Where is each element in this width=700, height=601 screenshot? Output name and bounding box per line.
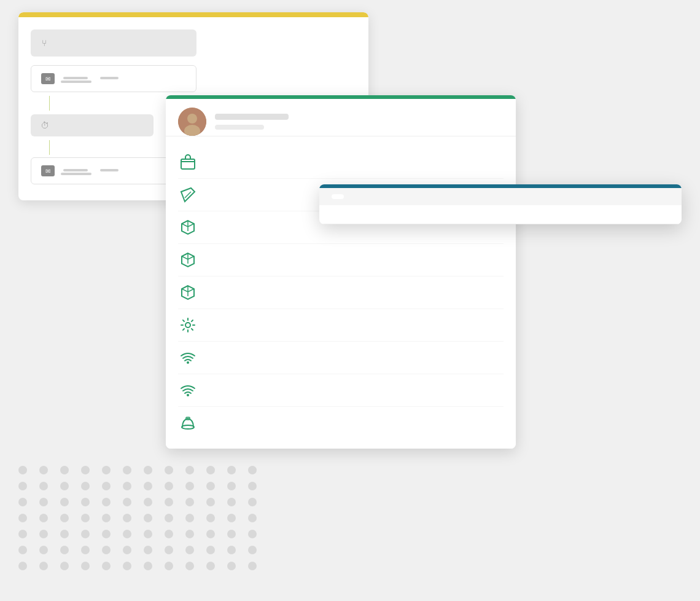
- wifi-icon-1: [178, 348, 198, 367]
- dot: [206, 562, 215, 570]
- dot: [206, 482, 215, 490]
- profile-header: [166, 99, 516, 136]
- svg-point-9: [182, 425, 194, 429]
- activity-list: [166, 136, 516, 449]
- avatar: [178, 108, 206, 136]
- connector-line-1: [49, 96, 50, 111]
- connector-line-2: [49, 140, 50, 155]
- metrics-tab[interactable]: [332, 194, 344, 199]
- dot: [123, 482, 131, 490]
- svg-point-1: [187, 114, 197, 124]
- dot: [18, 514, 27, 522]
- dot: [227, 466, 236, 474]
- background-dots: const dotsContainer = document.querySele…: [18, 466, 262, 570]
- activity-item: [178, 342, 504, 374]
- wait-node: ⏱: [31, 114, 154, 136]
- svg-point-6: [185, 323, 190, 328]
- dot: [123, 530, 131, 538]
- svg-point-7: [187, 361, 189, 364]
- ticket-icon: [178, 185, 198, 205]
- dot: [81, 498, 90, 506]
- segments-sub-header: [319, 188, 682, 205]
- dot: [227, 498, 236, 506]
- dot: [18, 498, 27, 506]
- magento-icon-1: [178, 218, 198, 237]
- dot: [60, 498, 69, 506]
- dot: [123, 498, 131, 506]
- dot: [185, 530, 194, 538]
- dot: [123, 466, 131, 474]
- dot: [102, 562, 111, 570]
- dot: [60, 514, 69, 522]
- dot: [185, 466, 194, 474]
- dot: [185, 546, 194, 554]
- dot: [102, 482, 111, 490]
- click-rate-bar-2: [100, 169, 119, 171]
- name-bar: [215, 114, 289, 120]
- dot: [18, 530, 27, 538]
- email-1-stats: [61, 77, 119, 79]
- dot: [185, 562, 194, 570]
- dot: [39, 514, 48, 522]
- dot: [81, 530, 90, 538]
- dot: [81, 562, 90, 570]
- dot: [248, 466, 257, 474]
- dot: [206, 498, 215, 506]
- dot: [102, 498, 111, 506]
- open-rate-bar-2: [63, 169, 88, 171]
- dot: [248, 482, 257, 490]
- avatar-image: [178, 108, 206, 136]
- dot: [18, 546, 27, 554]
- profile-tabs: [467, 117, 504, 126]
- dot: [81, 546, 90, 554]
- dot: [123, 546, 131, 554]
- email-2-stats: [61, 169, 119, 171]
- open-rate-bar: [63, 77, 88, 79]
- trigger-split-icon: ⑂: [42, 38, 47, 48]
- dot: [227, 546, 236, 554]
- dot: [165, 562, 173, 570]
- email-node-1: ✉: [31, 65, 196, 92]
- dot: [18, 466, 27, 474]
- placed-order-1-bar: [61, 81, 91, 83]
- dot: [227, 482, 236, 490]
- dot: [60, 466, 69, 474]
- dot: [60, 546, 69, 554]
- dot: [227, 514, 236, 522]
- wait-icon: ⏱: [41, 120, 49, 130]
- dot: [206, 546, 215, 554]
- dot: [39, 482, 48, 490]
- dot: [165, 546, 173, 554]
- activity-item: [178, 309, 504, 342]
- dot: [39, 498, 48, 506]
- dot: [165, 498, 173, 506]
- dot: [185, 482, 194, 490]
- profile-name-area: [215, 114, 467, 130]
- placed-order-2-bar: [61, 173, 91, 175]
- dot: [144, 482, 152, 490]
- dot: [144, 514, 152, 522]
- dot: [18, 482, 27, 490]
- dot: [102, 546, 111, 554]
- email-icon-2: ✉: [41, 165, 55, 176]
- click-rate-stat: [98, 77, 119, 79]
- dot: [165, 514, 173, 522]
- dot: [165, 482, 173, 490]
- avatar-svg: [178, 108, 206, 136]
- activity-item: [178, 146, 504, 179]
- dot: [227, 530, 236, 538]
- package-icon: [178, 152, 198, 172]
- dot: [60, 562, 69, 570]
- profile-card: [166, 95, 516, 449]
- click-rate-bar: [100, 77, 119, 79]
- dot: [248, 562, 257, 570]
- svg-point-8: [187, 394, 189, 396]
- dot: [81, 514, 90, 522]
- dot: [123, 514, 131, 522]
- dot: [60, 530, 69, 538]
- dot: [60, 482, 69, 490]
- hat-icon: [178, 413, 198, 433]
- dot: [248, 498, 257, 506]
- open-rate-stat: [61, 77, 88, 79]
- dot: [81, 466, 90, 474]
